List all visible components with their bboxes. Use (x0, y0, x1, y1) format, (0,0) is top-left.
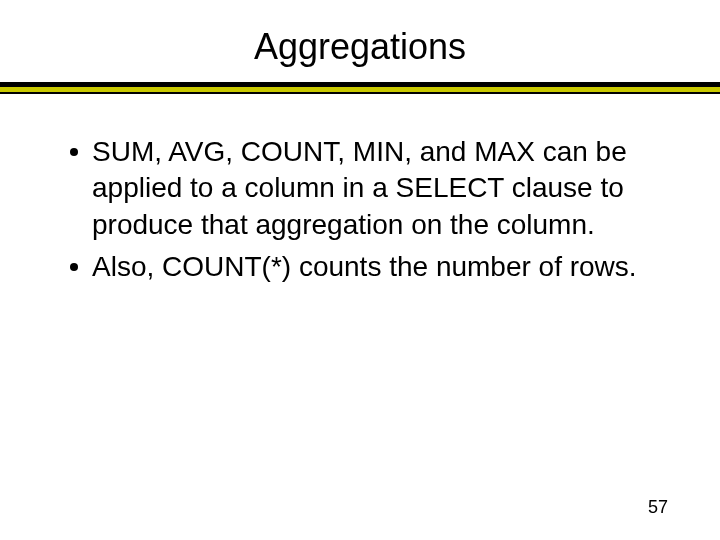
slide: Aggregations SUM, AVG, COUNT, MIN, and M… (0, 0, 720, 540)
divider (60, 82, 660, 94)
bullet-icon (70, 148, 78, 156)
bullet-icon (70, 263, 78, 271)
list-item: SUM, AVG, COUNT, MIN, and MAX can be app… (70, 134, 660, 243)
bullet-list: SUM, AVG, COUNT, MIN, and MAX can be app… (70, 134, 660, 286)
list-item: Also, COUNT(*) counts the number of rows… (70, 249, 660, 285)
slide-title: Aggregations (60, 26, 660, 68)
page-number: 57 (648, 497, 668, 518)
divider-line-bot (0, 92, 720, 94)
bullet-text: SUM, AVG, COUNT, MIN, and MAX can be app… (92, 134, 660, 243)
bullet-text: Also, COUNT(*) counts the number of rows… (92, 249, 637, 285)
